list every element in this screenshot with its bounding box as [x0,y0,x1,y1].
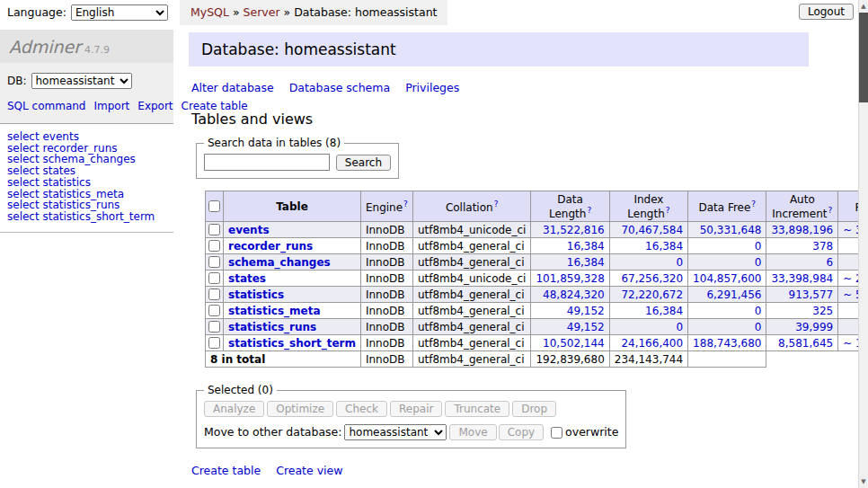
db-select[interactable]: homeassistant [31,73,132,89]
engine-cell: InnoDB [360,254,412,271]
logout-button[interactable]: Logout [799,4,854,20]
total-engine: InnoDB [360,351,412,368]
sidebar-table-link[interactable]: select statistics_short_term [7,210,155,223]
data-length-cell: 10,502,144 [531,335,609,351]
help-link[interactable]: ? [403,200,408,209]
table-name-link[interactable]: states [228,272,266,285]
scroll-up-arrow[interactable]: ▲ [859,0,868,13]
search-input[interactable] [204,154,330,171]
help-link[interactable]: ? [494,200,499,209]
table-name-link[interactable]: statistics_meta [228,305,321,317]
table-name-link[interactable]: statistics_short_term [228,337,356,350]
breadcrumb-link[interactable]: MySQL [190,5,229,19]
search-legend: Search data in tables (8) [204,137,344,149]
collation-cell: utf8mb4_general_ci [412,335,531,351]
collation-cell: utf8mb4_general_ci [412,319,531,335]
help-link[interactable]: ? [666,206,670,215]
table-name-link[interactable]: schema_changes [228,256,331,269]
search-button[interactable]: Search [336,155,391,171]
data-length-cell: 48,824,320 [531,287,609,303]
help-link[interactable]: ? [751,200,756,209]
page-title: Database: homeassistant [189,32,809,67]
selected-action-button[interactable]: Optimize [267,401,333,417]
engine-cell: InnoDB [360,303,412,319]
total-row: 8 in totalInnoDButf8mb4_general_ci192,83… [206,351,868,368]
row-checkbox[interactable] [208,272,220,284]
auto-increment-cell: 325 [766,303,838,319]
app-name: Adminer [9,37,81,57]
create-link[interactable]: Create table [191,464,261,477]
total-data-length: 192,839,680 [531,351,609,368]
language-bar: Language:English [7,4,168,21]
select-all-checkbox[interactable] [208,200,220,212]
data-free-cell: 6,291,456 [688,287,766,303]
collation-cell: utf8mb4_general_ci [412,287,531,303]
breadcrumb: MySQL » Server » Database: homeassistant [180,0,447,25]
selected-action-button[interactable]: Truncate [445,401,509,417]
help-link[interactable]: ? [828,206,833,215]
scrollbar[interactable]: ▲ ▼ [858,0,868,488]
database-action-link[interactable]: Database schema [289,81,390,94]
tables-overview-table: TableEngine?Collation?Data Length?Index … [205,191,868,368]
data-length-cell: 101,859,328 [531,271,609,287]
collation-cell: utf8mb4_general_ci [412,254,531,271]
move-database-select[interactable]: homeassistant [344,424,447,440]
data-free-cell: 0 [688,319,766,335]
row-checkbox[interactable] [208,288,220,300]
row-checkbox[interactable] [208,256,220,268]
engine-cell: InnoDB [360,271,412,287]
table-name-link[interactable]: statistics [228,288,284,301]
index-length-cell: 24,166,400 [609,335,687,351]
move-button[interactable]: Move [449,424,496,440]
move-label: Move to other database: [204,425,341,439]
sidebar-action-link[interactable]: Export [137,100,173,112]
table-row: statistics_metaInnoDButf8mb4_general_ci4… [206,303,868,319]
help-link[interactable]: ? [587,206,591,215]
row-checkbox[interactable] [208,337,220,349]
index-length-cell: 72,220,672 [609,287,687,303]
selected-action-button[interactable]: Repair [390,401,442,417]
auto-increment-cell: 39,999 [766,319,838,335]
overwrite-checkbox[interactable] [551,427,562,439]
selected-action-button[interactable]: Analyze [204,401,264,417]
selected-buttons-row: AnalyzeOptimizeCheckRepairTruncateDrop [204,401,618,417]
sidebar-action-link[interactable]: SQL command [7,100,85,112]
table-name-link[interactable]: events [228,224,270,236]
sidebar-table-links: select eventsselect recorder_runsselect … [0,124,173,233]
sidebar-table-item: select statistics_short_term [7,211,166,223]
copy-button[interactable]: Copy [499,424,544,440]
column-header: Engine? [360,191,412,222]
selected-action-button[interactable]: Check [336,401,387,417]
table-name-link[interactable]: statistics_runs [228,321,316,333]
table-row: statisticsInnoDButf8mb4_general_ci48,824… [206,287,868,303]
auto-increment-cell: 913,577 [766,287,838,303]
auto-increment-cell: 6 [766,254,838,271]
index-length-cell: 0 [609,254,687,271]
breadcrumb-link[interactable]: Server [244,5,280,19]
app-version: 4.7.9 [84,44,110,56]
total-collation: utf8mb4_general_ci [412,351,531,368]
scrollbar-thumb[interactable] [859,13,868,102]
scroll-down-arrow[interactable]: ▼ [859,475,868,488]
selected-action-button[interactable]: Drop [512,401,556,417]
language-select[interactable]: English [71,4,168,21]
data-free-cell: 188,743,680 [688,335,766,351]
row-checkbox[interactable] [208,224,220,235]
row-checkbox[interactable] [208,321,220,333]
table-name-link[interactable]: recorder_runs [228,240,313,253]
index-length-cell: 67,256,320 [609,271,687,287]
sidebar-action-link[interactable]: Import [93,100,129,112]
row-checkbox[interactable] [208,240,220,252]
search-fieldset: Search data in tables (8) Search [196,137,399,179]
table-row: statesInnoDButf8mb4_unicode_ci101,859,32… [206,271,868,287]
table-row: eventsInnoDButf8mb4_unicode_ci31,522,816… [206,222,868,238]
database-action-link[interactable]: Alter database [191,81,274,94]
row-checkbox[interactable] [208,305,220,316]
total-index-length: 234,143,744 [609,351,687,368]
index-length-cell: 70,467,584 [609,222,687,238]
database-action-link[interactable]: Privileges [405,81,459,94]
auto-increment-cell: 33,898,196 [766,222,838,238]
auto-increment-cell: 33,398,984 [766,271,838,287]
collation-cell: utf8mb4_unicode_ci [412,222,531,238]
create-link[interactable]: Create view [276,464,342,477]
